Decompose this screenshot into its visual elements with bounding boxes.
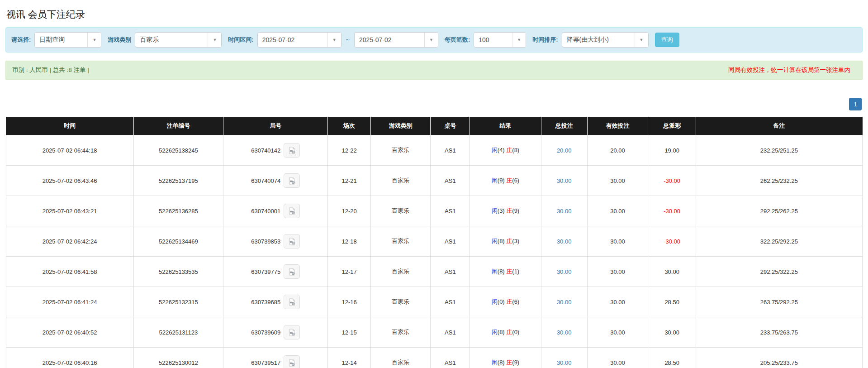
query-type-label: 请选择: <box>11 36 31 44</box>
cell-valid-bet: 30.00 <box>587 348 648 368</box>
video-replay-button[interactable] <box>284 295 300 309</box>
total-bet-link[interactable]: 30.00 <box>557 177 572 184</box>
valid-bet-notice-text: 同局有效投注，统一计算在该局第一张注单内 <box>728 66 856 74</box>
cell-result: 闲(8) 庄(1) <box>470 257 541 287</box>
cell-remark: 263.75/292.25 <box>696 287 862 317</box>
currency-total-text: 币别 : 人民币 | 总共 :8 注单 | <box>12 66 89 74</box>
date-to-select[interactable]: 2025-07-02 ▼ <box>354 32 438 48</box>
cell-game: 百家乐 <box>370 257 431 287</box>
total-bet-link[interactable]: 30.00 <box>557 238 572 245</box>
video-replay-button[interactable] <box>284 143 300 158</box>
cell-total-bet: 30.00 <box>541 166 587 196</box>
cell-round: 630740142 <box>223 135 328 166</box>
cell-payout: 19.00 <box>648 135 696 166</box>
table-row: 2025-07-02 06:40:52522625131123630739609… <box>6 317 862 348</box>
cell-result: 闲(8) 庄(0) <box>470 317 541 348</box>
round-number: 630740142 <box>251 147 280 154</box>
cell-round: 630739685 <box>223 287 328 317</box>
cell-session: 12-20 <box>328 196 371 226</box>
table-row: 2025-07-02 06:41:58522625133535630739775… <box>6 257 862 287</box>
result-banker-label: 庄 <box>506 298 512 305</box>
cell-round: 630739517 <box>223 348 328 368</box>
result-player-label: 闲 <box>492 207 498 214</box>
cell-payout: -30.00 <box>648 166 696 196</box>
result-player-label: 闲 <box>492 177 498 184</box>
result-player-label: 闲 <box>492 268 498 275</box>
cell-session: 12-22 <box>328 135 371 166</box>
result-banker-label: 庄 <box>506 238 512 244</box>
cell-bet-id: 522625134469 <box>133 226 223 257</box>
cell-table-no: AS1 <box>431 348 470 368</box>
chevron-down-icon: ▼ <box>424 33 438 47</box>
video-replay-button[interactable] <box>284 173 300 188</box>
date-from-select[interactable]: 2025-07-02 ▼ <box>257 32 342 48</box>
result-player-label: 闲 <box>492 238 498 244</box>
cell-bet-id: 522625132315 <box>133 287 223 317</box>
cell-table-no: AS1 <box>431 287 470 317</box>
cell-payout: -30.00 <box>648 196 696 226</box>
range-separator: ~ <box>345 36 351 43</box>
total-bet-link[interactable]: 30.00 <box>557 268 572 275</box>
cell-payout: 28.50 <box>648 287 696 317</box>
cell-payout: 30.00 <box>648 317 696 348</box>
total-bet-link[interactable]: 30.00 <box>557 208 572 215</box>
table-row: 2025-07-02 06:42:24522625134469630739853… <box>6 226 862 257</box>
cell-total-bet: 30.00 <box>541 287 587 317</box>
cell-result: 闲(8) 庄(3) <box>470 226 541 257</box>
cell-game: 百家乐 <box>370 348 431 368</box>
video-replay-button[interactable] <box>284 355 300 368</box>
query-type-select[interactable]: 日期查询 ▼ <box>34 32 101 48</box>
result-banker-label: 庄 <box>506 147 512 153</box>
cell-valid-bet: 30.00 <box>587 226 648 257</box>
result-player-label: 闲 <box>492 147 498 153</box>
video-replay-button[interactable] <box>284 264 300 279</box>
time-sort-select[interactable]: 降幂(由大到小) ▼ <box>562 32 649 48</box>
result-player-label: 闲 <box>492 329 498 335</box>
cell-round: 630740001 <box>223 196 328 226</box>
round-number: 630739609 <box>251 329 280 336</box>
table-row: 2025-07-02 06:44:18522625138245630740142… <box>6 135 862 166</box>
page-button-1[interactable]: 1 <box>849 98 862 110</box>
cell-table-no: AS1 <box>431 226 470 257</box>
page-title: 视讯 会员下注纪录 <box>6 8 862 21</box>
result-banker-label: 庄 <box>506 359 512 366</box>
column-header-payout: 总派彩 <box>648 117 696 135</box>
time-sort-label: 时间排序: <box>532 36 558 44</box>
result-player-label: 闲 <box>492 298 498 305</box>
total-bet-link[interactable]: 30.00 <box>557 359 572 366</box>
cell-payout: -30.00 <box>648 226 696 257</box>
round-number: 630739853 <box>251 238 280 245</box>
cell-valid-bet: 30.00 <box>587 196 648 226</box>
result-banker-label: 庄 <box>506 268 512 275</box>
cell-game: 百家乐 <box>370 317 431 348</box>
cell-remark: 322.25/292.25 <box>696 226 862 257</box>
video-replay-button[interactable] <box>284 234 300 249</box>
game-category-select[interactable]: 百家乐 ▼ <box>135 32 222 48</box>
cell-valid-bet: 30.00 <box>587 166 648 196</box>
video-replay-button[interactable] <box>284 325 300 339</box>
total-bet-link[interactable]: 30.00 <box>557 329 572 336</box>
cell-total-bet: 30.00 <box>541 196 587 226</box>
video-replay-button[interactable] <box>284 204 300 218</box>
round-number: 630740001 <box>251 208 280 215</box>
game-category-value: 百家乐 <box>135 33 208 47</box>
table-row: 2025-07-02 06:41:24522625132315630739685… <box>6 287 862 317</box>
table-row: 2025-07-02 06:43:46522625137195630740074… <box>6 166 862 196</box>
cell-game: 百家乐 <box>370 166 431 196</box>
cell-valid-bet: 30.00 <box>587 287 648 317</box>
search-button[interactable]: 查询 <box>655 33 679 47</box>
time-range-label: 时间区间: <box>228 36 253 44</box>
cell-remark: 232.25/251.25 <box>696 135 862 166</box>
pagination: 1 <box>5 98 863 110</box>
total-bet-link[interactable]: 30.00 <box>557 299 572 306</box>
cell-round: 630740074 <box>223 166 328 196</box>
cell-time: 2025-07-02 06:41:58 <box>6 257 133 287</box>
column-header-game: 游戏类别 <box>370 117 431 135</box>
summary-bar: 币别 : 人民币 | 总共 :8 注单 | 同局有效投注，统一计算在该局第一张注… <box>5 61 863 80</box>
per-page-select[interactable]: 100 ▼ <box>474 32 526 48</box>
total-bet-link[interactable]: 20.00 <box>557 147 572 154</box>
cell-table-no: AS1 <box>431 135 470 166</box>
cell-payout: 28.50 <box>648 348 696 368</box>
cell-table-no: AS1 <box>431 196 470 226</box>
cell-game: 百家乐 <box>370 135 431 166</box>
